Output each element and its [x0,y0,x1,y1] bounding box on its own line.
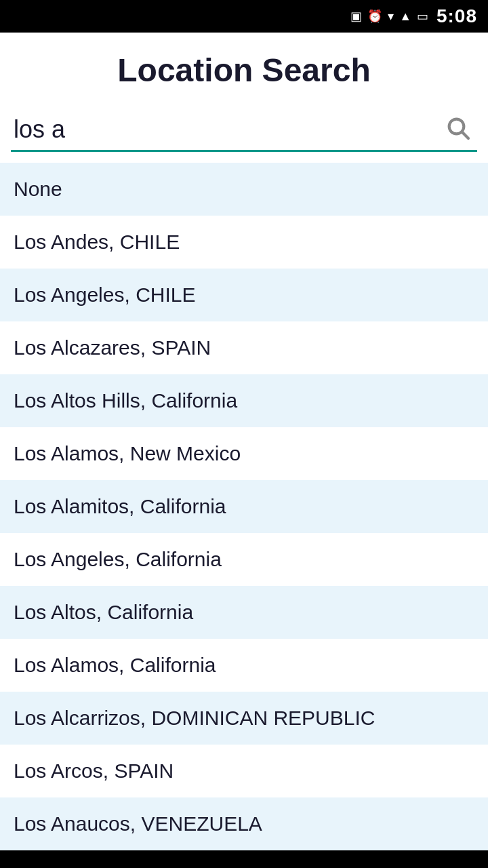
status-bar: ▣ ⏰ ▾ ▲ ▭ 5:08 [0,0,488,33]
list-item[interactable]: Los Andes, CHILE [0,216,488,269]
home-button[interactable] [217,863,271,868]
list-item[interactable]: Los Altos, California [0,586,488,639]
svg-line-1 [462,132,468,138]
list-item[interactable]: Los Alamos, New Mexico [0,427,488,480]
search-container [0,102,488,152]
search-input-wrapper [11,109,477,152]
wifi-icon: ▾ [388,9,394,24]
recents-button[interactable] [380,863,434,868]
status-icons: ▣ ⏰ ▾ ▲ ▭ [350,9,428,24]
vibrate-icon: ▣ [350,9,362,24]
page-title: Location Search [14,52,474,89]
bottom-nav [0,850,488,868]
list-item[interactable]: Los Arcos, SPAIN [0,745,488,797]
search-button[interactable] [439,109,477,150]
list-item[interactable]: Los Alcarrizos, DOMINICAN REPUBLIC [0,692,488,745]
list-item[interactable]: Los Alamitos, California [0,480,488,533]
battery-icon: ▭ [417,9,428,24]
signal-icon: ▲ [399,9,411,24]
list-item[interactable]: Los Angeles, CHILE [0,269,488,321]
list-item[interactable]: Los Alcazares, SPAIN [0,321,488,374]
alarm-icon: ⏰ [367,9,382,24]
list-item[interactable]: None [0,163,488,216]
list-item[interactable]: Los Alamos, California [0,639,488,692]
results-list: NoneLos Andes, CHILELos Angeles, CHILELo… [0,163,488,850]
list-item[interactable]: Los Angeles, California [0,533,488,586]
list-item[interactable]: Los Anaucos, VENEZUELA [0,797,488,850]
status-time: 5:08 [436,5,477,27]
header: Location Search [0,33,488,102]
search-input[interactable] [11,110,439,149]
list-item[interactable]: Los Altos Hills, California [0,374,488,427]
back-button[interactable] [54,863,108,868]
